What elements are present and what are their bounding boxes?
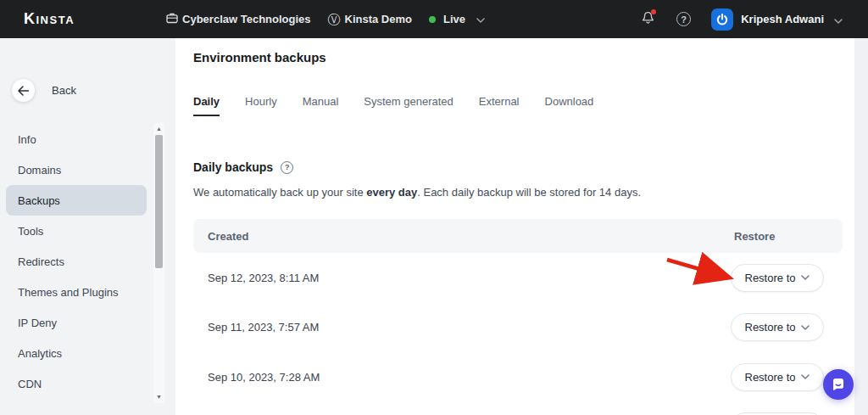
main-content: Environment backups Daily Hourly Manual … [175, 38, 854, 415]
user-name: Kripesh Adwani [741, 13, 824, 25]
chat-widget-button[interactable] [823, 369, 854, 400]
tab-system-generated[interactable]: System generated [364, 95, 453, 116]
sidebar-scrollbar-thumb[interactable] [155, 135, 163, 268]
sidebar-item-info[interactable]: Info [0, 124, 175, 154]
backup-created-date: Sep 11, 2023, 7:57 AM [208, 321, 731, 334]
section-title: Daily backups [193, 160, 273, 174]
tab-hourly[interactable]: Hourly [245, 95, 277, 116]
table-row: Sep 12, 2023, 8:11 AM Restore to [193, 253, 843, 303]
company-name: Cyberclaw Technologies [182, 13, 310, 25]
kinsta-logo[interactable]: Kinsta [24, 10, 75, 28]
environment-selector[interactable]: Live [429, 13, 485, 25]
back-arrow-icon [12, 79, 35, 102]
help-button[interactable]: ? [676, 12, 691, 26]
scroll-up-icon[interactable]: ▲ [153, 125, 164, 133]
notifications-button[interactable] [642, 11, 654, 28]
user-menu-chevron-icon[interactable] [834, 12, 843, 27]
back-button[interactable]: Back [12, 79, 175, 102]
tab-daily[interactable]: Daily [193, 95, 220, 116]
tab-external[interactable]: External [479, 95, 520, 116]
chevron-down-icon [476, 13, 485, 25]
site-selector[interactable]: Ⓥ Kinsta Demo [328, 13, 412, 25]
backup-created-date: Sep 10, 2023, 7:28 AM [208, 371, 731, 384]
chevron-down-icon [801, 325, 810, 330]
notification-badge [651, 9, 656, 14]
topbar-context: Cyberclaw Technologies Ⓥ Kinsta Demo Liv… [166, 12, 485, 26]
restore-to-label: Restore to [745, 321, 796, 334]
description-bold: every day [366, 186, 417, 199]
page-title: Environment backups [193, 50, 854, 64]
briefcase-icon [166, 12, 178, 26]
restore-to-label: Restore to [745, 272, 796, 284]
section-description: We automatically back up your site every… [193, 186, 854, 199]
tab-download[interactable]: Download [545, 95, 594, 116]
chevron-down-icon [801, 374, 810, 379]
sidebar-item-redirects[interactable]: Redirects [0, 246, 175, 277]
restore-to-button[interactable]: Restore to [731, 313, 824, 341]
restore-to-button[interactable]: Restore to [731, 363, 824, 391]
company-selector[interactable]: Cyberclaw Technologies [166, 12, 310, 26]
table-row [193, 402, 843, 415]
sidebar: Back Info Domains Backups Tools Redirect… [0, 38, 175, 415]
backup-tabs: Daily Hourly Manual System generated Ext… [193, 95, 854, 116]
back-label: Back [52, 84, 76, 97]
chat-bubble-icon [831, 377, 846, 392]
power-icon [715, 13, 729, 26]
topbar: Kinsta Cyberclaw Technologies Ⓥ Kinsta D… [0, 0, 868, 38]
sidebar-item-analytics[interactable]: Analytics [0, 338, 175, 368]
topbar-actions: ? Kripesh Adwani [642, 8, 843, 31]
table-header-row: Created Restore [193, 219, 843, 253]
sidebar-item-cdn[interactable]: CDN [0, 368, 175, 399]
sidebar-scrollbar[interactable]: ▲ ▼ [153, 123, 164, 403]
scroll-down-icon[interactable]: ▼ [153, 393, 164, 401]
sidebar-item-themes-and-plugins[interactable]: Themes and Plugins [0, 277, 175, 307]
sidebar-nav: Info Domains Backups Tools Redirects The… [0, 124, 175, 399]
wordpress-icon: Ⓥ [328, 13, 341, 25]
backup-created-date: Sep 12, 2023, 8:11 AM [208, 272, 731, 284]
section-help-icon[interactable]: ? [281, 161, 293, 174]
chevron-down-icon [801, 275, 810, 280]
table-row: Sep 10, 2023, 7:28 AM Restore to [193, 352, 843, 402]
section-header: Daily backups ? [193, 160, 854, 174]
restore-to-button[interactable]: Restore to [731, 264, 824, 292]
tab-manual[interactable]: Manual [303, 95, 339, 116]
column-header-restore: Restore [731, 230, 824, 243]
sidebar-item-backups[interactable]: Backups [6, 185, 147, 216]
column-header-created: Created [208, 230, 731, 243]
live-status-dot [429, 16, 436, 23]
restore-to-label: Restore to [745, 371, 796, 384]
page-scrollbar[interactable] [854, 38, 868, 415]
sidebar-item-domains[interactable]: Domains [0, 154, 175, 185]
sidebar-item-tools[interactable]: Tools [0, 216, 175, 246]
avatar[interactable] [711, 8, 733, 31]
table-row: Sep 11, 2023, 7:57 AM Restore to [193, 303, 843, 353]
site-name: Kinsta Demo [345, 13, 412, 25]
sidebar-item-ip-deny[interactable]: IP Deny [0, 307, 175, 338]
backups-table: Created Restore Sep 12, 2023, 8:11 AM Re… [193, 219, 843, 415]
environment-label: Live [443, 13, 465, 25]
